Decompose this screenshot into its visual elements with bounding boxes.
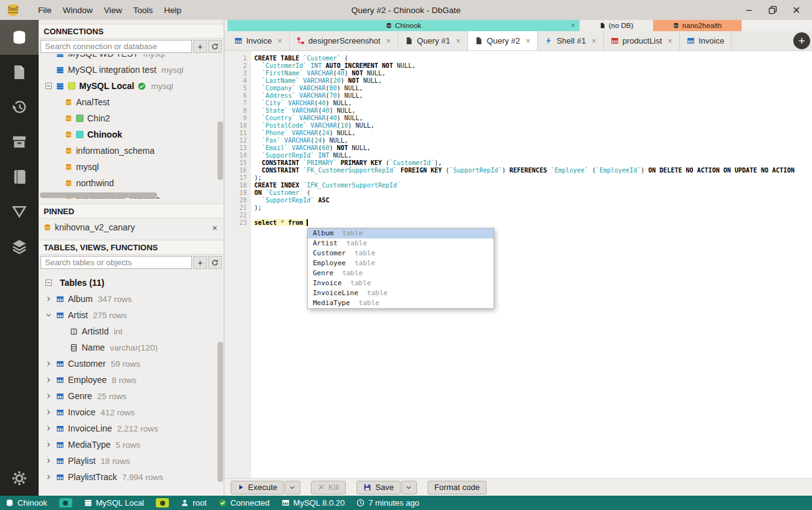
autocomplete-item[interactable]: Artisttable bbox=[308, 238, 494, 248]
menu-item-file[interactable]: File bbox=[32, 6, 57, 15]
tab-query--1[interactable]: Query #1× bbox=[398, 31, 468, 50]
database-item[interactable]: information_schema bbox=[39, 143, 224, 159]
expand-toggle[interactable] bbox=[44, 423, 54, 433]
format-code-button[interactable]: Format code bbox=[427, 481, 487, 494]
expand-toggle[interactable] bbox=[44, 391, 54, 401]
database-item[interactable]: Chin2 bbox=[39, 110, 224, 126]
restore-button[interactable] bbox=[763, 2, 782, 18]
tables-search-input[interactable] bbox=[41, 256, 192, 269]
autocomplete-item[interactable]: Invoicetable bbox=[308, 278, 494, 288]
autocomplete-item[interactable]: InvoiceLinetable bbox=[308, 288, 494, 298]
table-item[interactable]: InvoiceLine2,212 rows bbox=[39, 420, 224, 437]
add-table-button[interactable]: + bbox=[193, 256, 207, 269]
execute-options-button[interactable] bbox=[285, 481, 300, 494]
rail-item-archive[interactable] bbox=[0, 125, 39, 159]
kill-button[interactable]: ✕Kill bbox=[311, 481, 346, 494]
database-color-swatch-icon[interactable] bbox=[59, 498, 72, 508]
add-connection-button[interactable]: + bbox=[193, 40, 207, 53]
connections-search-input[interactable] bbox=[41, 40, 192, 53]
close-tab-button[interactable]: × bbox=[591, 36, 596, 45]
server-color-swatch-icon[interactable] bbox=[156, 498, 169, 508]
close-tab-button[interactable]: × bbox=[667, 36, 672, 45]
unpin-button[interactable]: × bbox=[212, 222, 217, 233]
rail-item-layers[interactable] bbox=[0, 229, 39, 264]
menu-item-window[interactable]: Window bbox=[57, 6, 98, 15]
autocomplete-item[interactable]: MediaTypetable bbox=[308, 298, 494, 308]
autocomplete-item[interactable]: Genretable bbox=[308, 268, 494, 278]
save-button[interactable]: Save bbox=[356, 481, 401, 494]
menu-item-view[interactable]: View bbox=[98, 6, 128, 15]
rail-item-filters[interactable] bbox=[0, 194, 39, 229]
tab-query--2[interactable]: Query #2× bbox=[468, 31, 538, 50]
connections-vertical-scrollbar[interactable] bbox=[217, 54, 223, 199]
connection-item[interactable]: MySQL Localmysql bbox=[39, 78, 224, 94]
table-item[interactable]: MediaType5 rows bbox=[39, 437, 224, 453]
tab-productlist[interactable]: productList× bbox=[604, 31, 680, 50]
menu-item-help[interactable]: Help bbox=[158, 6, 187, 15]
close-tab-button[interactable]: × bbox=[386, 36, 391, 45]
database-item[interactable]: Chinook bbox=[39, 126, 224, 143]
expand-toggle[interactable] bbox=[44, 456, 54, 466]
expand-toggle[interactable] bbox=[44, 375, 54, 385]
database-item[interactable]: AnalTest bbox=[39, 94, 224, 110]
refresh-connections-button[interactable] bbox=[208, 40, 222, 53]
refresh-tables-button[interactable] bbox=[208, 256, 222, 269]
rail-item-settings[interactable] bbox=[0, 461, 39, 496]
status-database[interactable]: Chinook bbox=[6, 498, 47, 508]
autocomplete-item[interactable]: Employeetable bbox=[308, 258, 494, 268]
table-item[interactable]: Playlist18 rows bbox=[39, 453, 224, 469]
close-tab-button[interactable]: × bbox=[526, 36, 531, 45]
expand-toggle[interactable] bbox=[44, 359, 54, 369]
rail-item-reference[interactable] bbox=[0, 159, 39, 194]
tab-invoice[interactable]: Invoice bbox=[680, 31, 732, 50]
collapse-toggle[interactable] bbox=[44, 81, 54, 91]
autocomplete-item[interactable]: Customertable bbox=[308, 248, 494, 258]
table-item[interactable]: PlaylistTrack7,994 rows bbox=[39, 469, 224, 485]
new-tab-button[interactable]: + bbox=[793, 32, 810, 49]
table-item[interactable]: Artist275 rows bbox=[39, 307, 224, 323]
tab-designerscreenshot[interactable]: designerScreenshot× bbox=[290, 31, 398, 50]
column-item[interactable]: ArtistIdint bbox=[39, 323, 224, 339]
status-server[interactable]: MySQL Local bbox=[84, 498, 145, 508]
table-item[interactable]: Genre25 rows bbox=[39, 388, 224, 404]
connections-horizontal-scrollbar[interactable] bbox=[40, 192, 217, 198]
tab-group-nano2health[interactable]: nano2health bbox=[653, 20, 742, 31]
connection-item[interactable]: MySQL integration testmysql bbox=[39, 62, 224, 78]
tables-group-row[interactable]: Tables (11) bbox=[39, 275, 224, 291]
minimize-button[interactable]: – bbox=[740, 2, 758, 18]
close-tab-button[interactable]: × bbox=[456, 36, 461, 45]
database-item[interactable]: northwind bbox=[39, 175, 224, 191]
connection-name: MySQL WD TEST bbox=[68, 54, 138, 59]
sql-editor[interactable]: 1234567891011121314151617181920212223 CR… bbox=[224, 51, 812, 478]
database-item[interactable]: mysql bbox=[39, 159, 224, 175]
line-number: 14 bbox=[224, 152, 247, 159]
table-item[interactable]: Invoice412 rows bbox=[39, 404, 224, 420]
rail-item-databases[interactable] bbox=[0, 20, 39, 55]
pinned-item[interactable]: knihovna_v2_canary× bbox=[39, 219, 224, 236]
expand-toggle[interactable] bbox=[44, 440, 54, 450]
tab-group-chinook[interactable]: Chinook× bbox=[227, 20, 580, 31]
expand-toggle[interactable] bbox=[44, 294, 54, 304]
tab-invoice[interactable]: Invoice× bbox=[227, 31, 290, 50]
table-item[interactable]: Employee8 rows bbox=[39, 372, 224, 388]
autocomplete-item[interactable]: Albumtable bbox=[308, 229, 494, 238]
expand-toggle[interactable] bbox=[44, 310, 54, 320]
rail-item-files[interactable] bbox=[0, 55, 39, 90]
save-options-button[interactable] bbox=[401, 481, 417, 494]
close-group-button[interactable]: × bbox=[571, 21, 575, 30]
connection-item[interactable]: MySQL WD TESTmysql bbox=[39, 54, 224, 62]
close-tab-button[interactable]: × bbox=[277, 36, 282, 45]
expand-toggle[interactable] bbox=[44, 407, 54, 417]
close-button[interactable]: ✕ bbox=[787, 2, 806, 18]
execute-button[interactable]: Execute bbox=[231, 481, 284, 494]
collapse-toggle[interactable] bbox=[44, 278, 54, 288]
table-item[interactable]: Customer59 rows bbox=[39, 356, 224, 372]
rail-item-history[interactable] bbox=[0, 90, 39, 125]
tables-vertical-scrollbar[interactable] bbox=[217, 270, 223, 496]
expand-toggle[interactable] bbox=[44, 472, 54, 482]
tab-group--no-db-[interactable]: (no DB) bbox=[580, 20, 653, 31]
menu-item-tools[interactable]: Tools bbox=[128, 6, 159, 15]
tab-shell--1[interactable]: Shell #1× bbox=[538, 31, 604, 50]
table-item[interactable]: Album347 rows bbox=[39, 291, 224, 307]
column-item[interactable]: Namevarchar(120) bbox=[39, 339, 224, 356]
